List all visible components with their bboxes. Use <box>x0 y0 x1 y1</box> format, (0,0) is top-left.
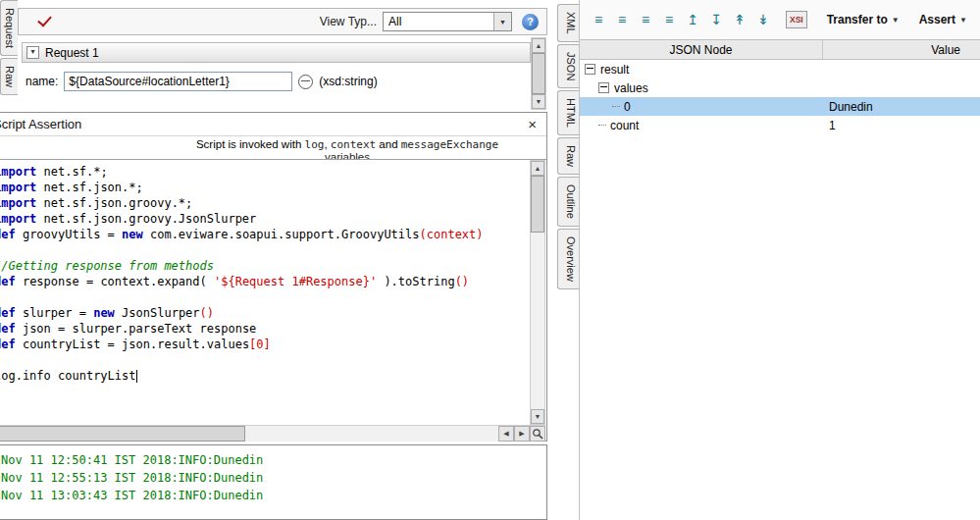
scroll-left-icon[interactable]: ◀ <box>498 426 514 442</box>
tree-branch-line <box>598 125 606 126</box>
log-line: Nov 11 13:03:43 IST 2018:INFO:Dunedin <box>1 487 546 504</box>
right-toolbar-icons: ≡≡≡≡↥↧↟↡ <box>590 12 772 27</box>
tab-raw[interactable]: Raw <box>557 137 579 175</box>
script-assertion-dialog: Script Assertion × Script is invoked wit… <box>0 112 547 442</box>
tree-branch-line <box>612 106 620 107</box>
transfer-to-label: Transfer to <box>827 13 888 26</box>
table-row[interactable]: 0Dunedin <box>580 97 980 116</box>
collapse-toggle-icon[interactable]: ▾ <box>26 46 39 59</box>
json-outline-panel: ≡≡≡≡↥↧↟↡ XSI Transfer to ▼ Assert ▼ JSON… <box>579 0 980 520</box>
table-row[interactable]: values <box>580 78 980 97</box>
scroll-right-icon[interactable]: ▶ <box>514 426 530 442</box>
tab-overview[interactable]: Overview <box>557 229 579 289</box>
chevron-down-icon: ▼ <box>892 16 900 25</box>
right-tab-strip: XMLJSONHTMLRawOutlineOverview <box>557 4 579 289</box>
property-expansion-icon[interactable] <box>298 75 313 89</box>
scroll-thumb[interactable] <box>531 176 544 233</box>
align-left-icon[interactable]: ≡ <box>590 12 607 27</box>
left-tab-strip: RequestRaw <box>0 0 18 95</box>
table-row[interactable]: result <box>580 60 980 78</box>
xsi-toggle-button[interactable]: XSI <box>786 11 807 28</box>
assert-button[interactable]: Assert ▼ <box>919 13 967 26</box>
scroll-down-icon[interactable]: ▼ <box>531 409 544 424</box>
node-label: count <box>610 119 639 132</box>
tab-outline[interactable]: Outline <box>557 177 579 227</box>
json-tree-rows: resultvalues0Dunedincount1 <box>580 60 980 134</box>
request-section-header[interactable]: ▾ Request 1 <box>22 42 531 63</box>
node-value <box>823 60 980 78</box>
node-label: values <box>614 81 648 95</box>
log-line: Nov 11 12:55:13 IST 2018:INFO:Dunedin <box>1 469 546 487</box>
scroll-up-icon[interactable]: ▲ <box>532 38 545 53</box>
scroll-track[interactable] <box>0 426 498 442</box>
scroll-thumb[interactable] <box>0 426 245 442</box>
view-type-select[interactable]: All ▼ <box>383 12 512 31</box>
scroll-track <box>531 233 544 409</box>
node-label: 0 <box>624 100 631 114</box>
magnifier-icon[interactable] <box>530 426 545 442</box>
column-header-json-node[interactable]: JSON Node <box>580 40 823 59</box>
name-input[interactable] <box>64 72 292 91</box>
assert-label: Assert <box>919 13 955 26</box>
view-type-value: All <box>384 15 493 28</box>
name-type-label: (xsd:string) <box>319 75 377 88</box>
table-header: JSON Node Value <box>580 39 980 60</box>
request-scrollbar[interactable]: ▲ ▼ <box>531 37 546 110</box>
tab-xml[interactable]: XML <box>557 4 579 42</box>
align-justify-icon[interactable]: ≡ <box>660 12 678 27</box>
tab-json[interactable]: JSON <box>557 44 579 88</box>
editor-vscrollbar[interactable]: ▲ ▼ <box>530 160 545 425</box>
tab-html[interactable]: HTML <box>557 90 579 135</box>
view-type-label: View Typ... <box>320 15 377 28</box>
request-toolbar: View Typ... All ▼ ? <box>18 8 547 35</box>
move-down-icon[interactable]: ↡ <box>754 12 772 27</box>
log-line: Nov 11 12:50:41 IST 2018:INFO:Dunedin <box>1 451 546 469</box>
node-value: 1 <box>823 116 980 134</box>
node-value <box>823 78 980 97</box>
align-right-icon[interactable]: ≡ <box>613 12 631 27</box>
outline-toolbar: ≡≡≡≡↥↧↟↡ XSI Transfer to ▼ Assert ▼ <box>580 0 980 39</box>
log-lines: Nov 11 12:50:41 IST 2018:INFO:DunedinNov… <box>1 451 546 504</box>
name-label: name: <box>26 75 58 88</box>
help-icon[interactable]: ? <box>522 14 539 30</box>
chevron-down-icon: ▼ <box>959 16 967 25</box>
dialog-title: Script Assertion <box>0 117 81 131</box>
scroll-to-bottom-icon[interactable]: ↧ <box>707 12 725 27</box>
expand-toggle-icon[interactable] <box>598 82 609 93</box>
column-header-value[interactable]: Value <box>823 40 980 59</box>
code-editor[interactable]: import net.sf.*;import net.sf.json.*;imp… <box>0 159 546 425</box>
tab-raw[interactable]: Raw <box>0 58 18 95</box>
close-icon[interactable]: × <box>528 117 537 131</box>
soapui-window: RequestRaw View Typ... All ▼ ? ▾ Request… <box>0 0 980 520</box>
scroll-down-icon[interactable]: ▼ <box>532 94 545 109</box>
request-section-title: Request 1 <box>45 46 99 60</box>
table-row[interactable]: count1 <box>580 116 980 134</box>
scroll-up-icon[interactable]: ▲ <box>531 161 544 176</box>
expand-toggle-icon[interactable] <box>585 64 595 75</box>
tab-request[interactable]: Request <box>0 0 18 56</box>
log-panel: Nov 11 12:50:41 IST 2018:INFO:DunedinNov… <box>0 444 547 520</box>
node-value: Dunedin <box>823 97 980 116</box>
scroll-to-top-icon[interactable]: ↥ <box>684 12 701 27</box>
transfer-to-button[interactable]: Transfer to ▼ <box>827 13 900 26</box>
request-panel: ▾ Request 1 name: (xsd:string) <box>18 35 531 112</box>
node-label: result <box>600 63 629 77</box>
align-center-icon[interactable]: ≡ <box>637 12 654 27</box>
chevron-down-icon[interactable]: ▼ <box>493 13 511 30</box>
assertion-help-line1: Script is invoked with log, context and … <box>148 138 546 151</box>
assertion-valid-check-icon <box>37 12 52 26</box>
scroll-thumb[interactable] <box>532 53 545 94</box>
editor-hscrollbar[interactable]: ◀ ▶ <box>0 425 545 442</box>
move-up-icon[interactable]: ↟ <box>731 12 748 27</box>
